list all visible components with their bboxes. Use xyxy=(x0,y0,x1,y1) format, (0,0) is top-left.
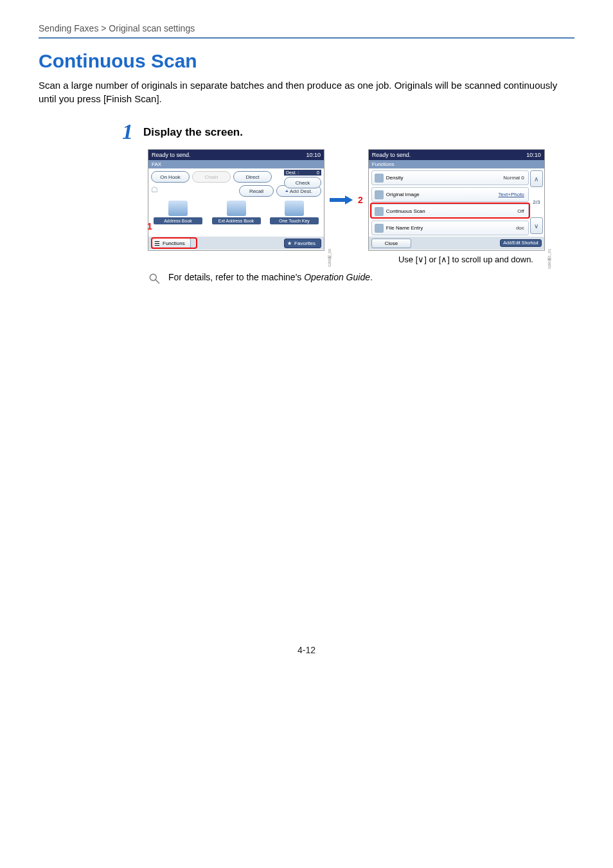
image-code: GB0握_00 xyxy=(327,249,333,267)
file-name-entry-icon xyxy=(375,224,384,233)
scroll-caption: Use [∨] or [∧] to scroll up and down. xyxy=(39,255,533,264)
chevron-up-icon: ∧ xyxy=(441,255,447,264)
add-edit-shortcut-button[interactable]: Add/Edit Shortcut xyxy=(500,239,541,247)
tab-fax[interactable]: FAX xyxy=(148,160,324,168)
callout-1: 1 xyxy=(147,221,152,231)
placeholder-icon: ☖ xyxy=(151,185,158,197)
magnifier-icon xyxy=(148,272,161,285)
original-image-label: Original Image xyxy=(386,192,420,197)
favorites-button[interactable]: ★ Favorites xyxy=(284,239,321,248)
tab-functions: Functions xyxy=(369,160,544,168)
scroll-up-button[interactable]: ∧ xyxy=(530,170,543,187)
clock: 10:10 xyxy=(526,152,541,158)
recall-button[interactable]: Recall xyxy=(239,185,274,197)
favorites-label: Favorites xyxy=(294,240,315,246)
dest-label: Dest. : xyxy=(286,170,299,175)
add-dest-label: Add Dest. xyxy=(290,188,312,194)
divider xyxy=(39,37,574,39)
original-image-value: Text+Photo xyxy=(499,192,524,197)
density-icon xyxy=(375,174,384,183)
step-number: 1 xyxy=(122,121,133,143)
density-value: Normal 0 xyxy=(503,175,524,181)
file-name-entry-label: File Name Entry xyxy=(386,225,423,231)
chevron-down-icon: ∨ xyxy=(418,255,424,264)
density-label: Density xyxy=(386,175,404,181)
ext-address-book-icon xyxy=(227,201,246,216)
status-text: Ready to send. xyxy=(372,152,411,158)
original-image-row[interactable]: Original Image Text+Photo xyxy=(371,187,529,202)
address-book-button[interactable]: Address Book xyxy=(154,201,202,224)
chevron-up-icon: ∧ xyxy=(534,176,538,183)
page-number: 4-12 xyxy=(39,645,574,655)
chain-button[interactable]: Chain xyxy=(192,171,231,183)
callout-box-continuous-scan xyxy=(370,203,530,219)
note-text: For details, refer to the machine's Oper… xyxy=(168,272,373,282)
direct-button[interactable]: Direct xyxy=(233,171,272,183)
status-text: Ready to send. xyxy=(152,152,191,158)
plus-icon: + xyxy=(285,188,289,194)
page-indicator: 2/3 xyxy=(532,198,540,206)
one-touch-key-button[interactable]: One Touch Key xyxy=(270,201,319,224)
check-button[interactable]: Check xyxy=(284,177,321,188)
callout-2: 2 xyxy=(358,195,363,205)
one-touch-key-label: One Touch Key xyxy=(270,217,319,224)
original-image-icon xyxy=(375,190,384,199)
address-book-icon xyxy=(168,201,188,216)
dest-count: 0 xyxy=(317,170,319,175)
ext-address-book-button[interactable]: Ext Address Book xyxy=(212,201,261,224)
file-name-entry-value: doc xyxy=(516,225,524,231)
scroll-down-button[interactable]: ∨ xyxy=(530,217,543,234)
arrow-icon xyxy=(330,195,353,204)
callout-box-functions xyxy=(151,237,197,249)
file-name-entry-row[interactable]: File Name Entry doc xyxy=(371,221,529,235)
clock: 10:10 xyxy=(306,152,321,158)
image-code: GB0握1_01 xyxy=(547,249,553,269)
close-button[interactable]: Close xyxy=(371,239,411,248)
address-book-label: Address Book xyxy=(154,217,202,224)
svg-line-1 xyxy=(155,280,159,284)
step-title: Display the screen. xyxy=(143,121,243,139)
one-touch-key-icon xyxy=(285,201,304,216)
functions-screen: Ready to send. 10:10 Functions Density N… xyxy=(368,149,545,251)
density-row[interactable]: Density Normal 0 xyxy=(371,170,529,185)
breadcrumb: Sending Faxes > Original scan settings xyxy=(39,23,574,33)
intro-text: Scan a large number of originals in sepa… xyxy=(39,78,574,105)
ext-address-book-label: Ext Address Book xyxy=(212,217,261,224)
page-title: Continuous Scan xyxy=(39,50,574,72)
star-icon: ★ xyxy=(287,240,292,246)
fax-send-screen: Ready to send. 10:10 FAX Dest. : 0 Check… xyxy=(148,149,324,251)
chevron-down-icon: ∨ xyxy=(534,222,538,230)
on-hook-button[interactable]: On Hook xyxy=(151,171,190,183)
